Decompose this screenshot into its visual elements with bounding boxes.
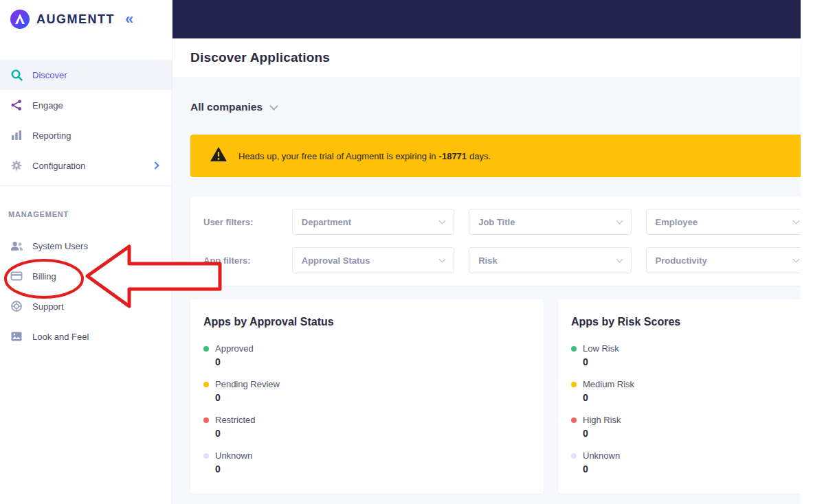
sidebar-item-support[interactable]: Support (0, 291, 172, 321)
legend-value: 0 (583, 392, 801, 403)
legend-label: Unknown (215, 450, 252, 461)
legend-label: Pending Review (215, 379, 280, 389)
sidebar-item-look-and-feel[interactable]: Look and Feel (0, 321, 172, 352)
user-filters-label: User filters: (203, 217, 292, 227)
network-icon (10, 99, 23, 111)
warning-icon (210, 146, 227, 165)
approval-legend: Approved 0 Pending Review 0 Restricted 0… (203, 343, 544, 474)
page-title: Discover Applications (190, 50, 330, 65)
approval-status-card: Apps by Approval Status Approved 0 Pendi… (190, 299, 544, 494)
chart-icon (10, 129, 23, 141)
sidebar-item-label: Support (32, 301, 64, 312)
status-dot (571, 346, 577, 352)
chevron-down-icon (269, 102, 278, 111)
chevron-down-icon (439, 218, 446, 225)
status-dot (571, 453, 577, 459)
sidebar-item-engage[interactable]: Engage (0, 90, 172, 120)
top-navigation-bar (172, 0, 801, 38)
legend-label: High Risk (583, 415, 621, 425)
dropdown-value: Employee (656, 217, 698, 227)
employee-dropdown[interactable]: Employee (646, 209, 801, 235)
legend-value: 0 (583, 356, 801, 367)
status-dot (571, 382, 577, 387)
credit-card-icon (10, 270, 23, 282)
trial-warning-text: Heads up, your free trial of Augmentt is… (238, 151, 491, 161)
card-title: Apps by Approval Status (203, 316, 544, 328)
company-filter-dropdown[interactable]: All companies (190, 100, 314, 114)
legend-value: 0 (583, 463, 801, 474)
user-filters-row: User filters: Department Job Title Emplo… (203, 209, 801, 235)
sidebar-item-configuration[interactable]: Configuration (0, 150, 172, 181)
filters-panel: User filters: Department Job Title Emplo… (190, 196, 801, 286)
legend-value: 0 (215, 463, 544, 474)
brand-header: AUGMENTT « (0, 0, 172, 38)
productivity-dropdown[interactable]: Productivity (646, 247, 801, 273)
dropdown-value: Job Title (478, 217, 515, 227)
gear-icon (10, 159, 23, 172)
management-nav: System Users Billing Support Look and Fe… (0, 231, 172, 352)
sidebar-item-label: Reporting (32, 130, 71, 141)
legend-item-high-risk: High Risk 0 (571, 415, 801, 439)
legend-item-unknown: Unknown 0 (571, 450, 801, 474)
approval-status-dropdown[interactable]: Approval Status (292, 247, 454, 273)
chevron-right-icon (151, 161, 159, 169)
chevron-down-icon (793, 256, 800, 263)
risk-scores-card: Apps by Risk Scores Low Risk 0 Medium Ri… (558, 299, 801, 494)
chevron-down-icon (616, 218, 623, 225)
status-dot (571, 417, 577, 423)
brand-name: AUGMENTT (36, 12, 115, 27)
dropdown-value: Approval Status (302, 255, 370, 266)
sidebar-item-reporting[interactable]: Reporting (0, 120, 172, 150)
sidebar-item-label: Configuration (32, 161, 85, 171)
dropdown-value: Risk (478, 255, 497, 266)
lifebuoy-icon (10, 300, 23, 312)
legend-label: Low Risk (583, 343, 619, 354)
status-dot (203, 453, 209, 459)
status-dot (203, 346, 209, 352)
legend-label: Restricted (215, 415, 256, 425)
users-icon (10, 240, 23, 252)
page-header: Discover Applications (172, 38, 801, 77)
sidebar-item-label: Look and Feel (32, 332, 89, 342)
legend-item-approved: Approved 0 (203, 343, 544, 367)
dropdown-value: Productivity (656, 255, 707, 266)
legend-item-low-risk: Low Risk 0 (571, 343, 801, 367)
stats-cards-row: Apps by Approval Status Approved 0 Pendi… (190, 299, 801, 494)
legend-item-pending-review: Pending Review 0 (203, 379, 544, 403)
legend-item-unknown: Unknown 0 (203, 450, 544, 474)
dropdown-value: Department (302, 217, 351, 227)
app-filters-row: App filters: Approval Status Risk Produc… (203, 247, 801, 273)
legend-label: Unknown (583, 450, 620, 461)
sidebar-item-discover[interactable]: Discover (0, 60, 172, 90)
augmentt-logo-icon (10, 9, 30, 30)
sidebar-item-billing[interactable]: Billing (0, 261, 172, 291)
legend-item-restricted: Restricted 0 (203, 415, 544, 439)
legend-value: 0 (215, 392, 544, 403)
search-icon (10, 69, 23, 81)
primary-nav: Discover Engage Reporting Configuration (0, 60, 172, 181)
sidebar: AUGMENTT « Discover Engage Reporting C (0, 0, 172, 504)
legend-label: Approved (215, 343, 254, 354)
trial-days-remaining: -18771 (439, 151, 467, 161)
risk-legend: Low Risk 0 Medium Risk 0 High Risk 0 Unk… (571, 343, 801, 474)
chevron-down-icon (439, 256, 446, 263)
legend-value: 0 (215, 428, 544, 439)
sidebar-item-label: Billing (32, 271, 56, 282)
risk-dropdown[interactable]: Risk (469, 247, 631, 273)
card-title: Apps by Risk Scores (571, 316, 801, 328)
app-filters-label: App filters: (203, 255, 292, 266)
sidebar-item-system-users[interactable]: System Users (0, 231, 172, 261)
department-dropdown[interactable]: Department (292, 209, 454, 235)
management-section-label: MANAGEMENT (0, 210, 172, 218)
chevron-down-icon (616, 256, 623, 263)
chevron-down-icon (793, 218, 800, 225)
legend-label: Medium Risk (583, 379, 634, 389)
job-title-dropdown[interactable]: Job Title (469, 209, 631, 235)
legend-item-medium-risk: Medium Risk 0 (571, 379, 801, 403)
sidebar-item-label: Discover (32, 70, 67, 80)
status-dot (203, 382, 209, 387)
sidebar-item-label: Engage (32, 100, 63, 111)
collapse-sidebar-icon[interactable]: « (125, 12, 133, 27)
image-icon (10, 330, 23, 343)
status-dot (203, 417, 209, 423)
